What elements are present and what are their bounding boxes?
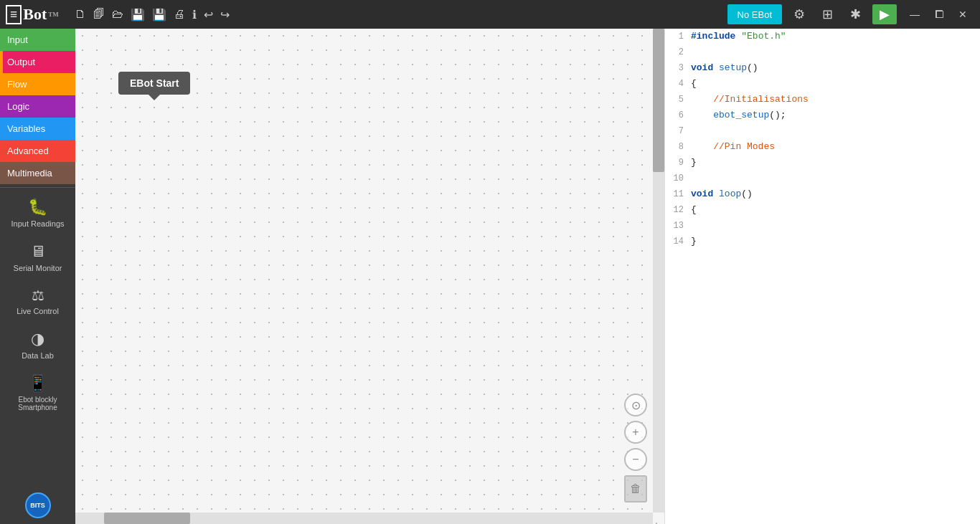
- line-num-11: 11: [665, 187, 691, 201]
- titlebar-left: ≡ Bot TM 🗋 🗐 🗁 💾 💾 🖨 ℹ ↩ ↪: [6, 5, 230, 24]
- code-line-1: 1 #include "Ebot.h": [665, 29, 980, 44]
- canvas-scrollbar-horizontal-thumb[interactable]: [104, 513, 190, 524]
- line-content-12: {: [691, 203, 980, 217]
- code-line-5: 5 //Initialisations: [665, 92, 980, 108]
- live-control-icon: ⚖: [32, 287, 44, 304]
- line-content-1: #include "Ebot.h": [691, 29, 980, 44]
- sidebar-tool-serial-monitor[interactable]: 🖥 Serial Monitor: [0, 235, 75, 280]
- line-num-4: 4: [665, 77, 691, 91]
- toolbar-icons: 🗋 🗐 🗁 💾 💾 🖨 ℹ ↩ ↪: [75, 8, 230, 22]
- app-logo: ≡ Bot TM: [6, 5, 59, 24]
- plugin-button[interactable]: ✱: [844, 5, 867, 24]
- canvas-tools: ⊙ + − 🗑: [624, 394, 647, 502]
- titlebar-right: No EBot ⚙ ⊞ ✱ ▶ — ⧠ ✕: [727, 4, 974, 24]
- line-content-6: ebot_setup();: [691, 108, 980, 123]
- settings-button[interactable]: ⚙: [788, 5, 811, 24]
- line-content-4: {: [691, 77, 980, 91]
- code-line-11: 11 void loop(): [665, 186, 980, 202]
- sidebar-item-advanced[interactable]: Advanced: [0, 140, 75, 162]
- maximize-button[interactable]: ⧠: [927, 6, 951, 23]
- line-num-3: 3: [665, 61, 691, 75]
- canvas-trash-button[interactable]: 🗑: [624, 475, 647, 502]
- line-content-14: }: [691, 234, 980, 249]
- sidebar-tool-label-serial-monitor: Serial Monitor: [14, 264, 62, 272]
- serial-monitor-icon: 🖥: [30, 242, 46, 261]
- code-editor: 1 #include "Ebot.h" 2 3 void setup() 4 {…: [664, 29, 980, 524]
- titlebar: ≡ Bot TM 🗋 🗐 🗁 💾 💾 🖨 ℹ ↩ ↪ No EBot ⚙ ⊞ ✱…: [0, 0, 980, 29]
- code-line-7: 7: [665, 123, 980, 139]
- canvas-scrollbar-horizontal[interactable]: [75, 513, 653, 524]
- sidebar-tool-label-data-lab: Data Lab: [22, 351, 54, 360]
- code-line-2: 2: [665, 44, 980, 60]
- line-num-5: 5: [665, 92, 691, 107]
- window-controls: — ⧠ ✕: [903, 6, 974, 23]
- sidebar-item-multimedia[interactable]: Multimedia: [0, 162, 75, 184]
- line-content-11: void loop(): [691, 187, 980, 201]
- bits-logo-text: BITS: [30, 502, 45, 509]
- ebot-start-block[interactable]: EBot Start: [118, 72, 190, 95]
- line-content-3: void setup(): [691, 61, 980, 75]
- layout-button[interactable]: ⊞: [816, 5, 839, 24]
- sidebar-item-variables[interactable]: Variables: [0, 118, 75, 140]
- undo-icon[interactable]: ↩: [204, 8, 213, 22]
- input-readings-icon: 🐛: [28, 198, 47, 216]
- code-line-12: 12 {: [665, 202, 980, 218]
- sidebar-item-output[interactable]: Output: [0, 51, 75, 73]
- sidebar-tool-input-readings[interactable]: 🐛 Input Readings: [0, 191, 75, 235]
- line-content-10: [691, 171, 980, 186]
- line-num-8: 8: [665, 140, 691, 154]
- logo-text: Bot: [23, 5, 47, 24]
- line-content-7: [691, 124, 980, 138]
- canvas-zoom-in-button[interactable]: +: [624, 421, 647, 444]
- info-icon[interactable]: ℹ: [192, 8, 197, 22]
- ebot-blockly-icon: 📱: [28, 374, 47, 393]
- new-doc-icon[interactable]: 🗋: [75, 8, 86, 21]
- canvas-scrollbar-vertical-thumb[interactable]: [653, 29, 664, 172]
- no-ebot-button[interactable]: No EBot: [727, 4, 782, 24]
- code-line-13: 13: [665, 218, 980, 234]
- open-doc-icon[interactable]: 🗐: [93, 8, 105, 21]
- canvas-zoom-out-button[interactable]: −: [624, 448, 647, 471]
- save-as-icon[interactable]: 💾: [152, 8, 166, 22]
- code-line-8: 8 //Pin Modes: [665, 139, 980, 155]
- logo-trademark: TM: [48, 11, 59, 18]
- line-num-1: 1: [665, 29, 691, 44]
- line-num-13: 13: [665, 219, 691, 233]
- play-button[interactable]: ▶: [872, 4, 897, 24]
- bits-logo: BITS: [25, 492, 51, 518]
- sidebar-tool-live-control[interactable]: ⚖ Live Control: [0, 280, 75, 323]
- canvas-center-button[interactable]: ⊙: [624, 394, 647, 416]
- code-line-6: 6 ebot_setup();: [665, 108, 980, 123]
- line-content-9: }: [691, 156, 980, 170]
- sidebar-item-logic[interactable]: Logic: [0, 95, 75, 118]
- canvas-scrollbar-vertical[interactable]: [653, 29, 664, 513]
- data-lab-icon: ◑: [31, 330, 44, 348]
- sidebar-tool-ebot-blockly[interactable]: 📱 Ebot blockly Smartphone: [0, 367, 75, 419]
- sidebar-tool-label-input-readings: Input Readings: [11, 219, 65, 228]
- minimize-button[interactable]: —: [903, 6, 927, 23]
- line-num-9: 9: [665, 156, 691, 170]
- canvas-area[interactable]: EBot Start ⊙ + − 🗑: [75, 29, 664, 524]
- line-num-7: 7: [665, 124, 691, 138]
- code-line-9: 9 }: [665, 155, 980, 171]
- main-area: Input Output Flow Logic Variables Advanc…: [0, 29, 980, 524]
- code-line-14: 14 }: [665, 234, 980, 249]
- line-num-12: 12: [665, 203, 691, 217]
- sidebar-item-flow[interactable]: Flow: [0, 73, 75, 95]
- sidebar-tool-data-lab[interactable]: ◑ Data Lab: [0, 323, 75, 367]
- sidebar-divider: [0, 187, 75, 188]
- print-icon[interactable]: 🖨: [174, 8, 185, 21]
- line-content-8: //Pin Modes: [691, 140, 980, 154]
- open-folder-icon[interactable]: 🗁: [112, 8, 123, 21]
- sidebar-menu: Input Output Flow Logic Variables Advanc…: [0, 29, 75, 184]
- line-content-13: [691, 219, 980, 233]
- sidebar: Input Output Flow Logic Variables Advanc…: [0, 29, 75, 524]
- sidebar-item-input[interactable]: Input: [0, 29, 75, 51]
- code-line-4: 4 {: [665, 76, 980, 92]
- close-button[interactable]: ✕: [951, 6, 974, 23]
- bits-logo-area: BITS: [0, 487, 75, 524]
- line-num-10: 10: [665, 171, 691, 186]
- save-icon[interactable]: 💾: [131, 8, 145, 22]
- sidebar-tool-label-ebot-blockly: Ebot blockly Smartphone: [3, 396, 72, 411]
- redo-icon[interactable]: ↪: [220, 8, 230, 22]
